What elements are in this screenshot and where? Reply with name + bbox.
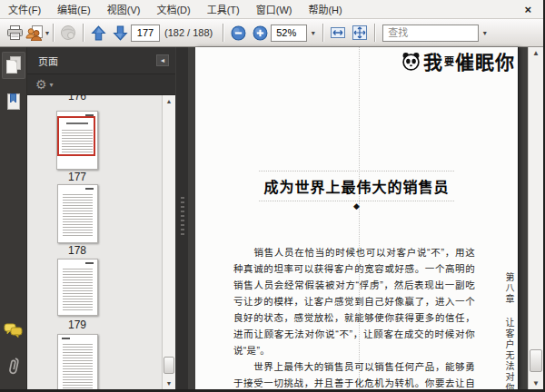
fit-page-icon [352, 24, 368, 41]
toolbar-separator [374, 24, 375, 42]
thumb-logo-mark [62, 338, 70, 339]
toolbar: ▾ (182 / 188) [0, 19, 543, 47]
thumbnail-page-179[interactable] [57, 259, 98, 316]
scroll-down-icon[interactable]: ▼ [529, 377, 543, 389]
panel-options-row: ⚙ ▾ [27, 74, 175, 95]
find-input[interactable] [383, 25, 478, 41]
zoom-level-input[interactable] [272, 25, 306, 41]
body-line: 种真诚的坦率可以获得客户的宽容或好感。一个高明的 [233, 261, 475, 278]
chapter-title: 让客户无法对你说不 [504, 318, 514, 392]
zoom-level-combo[interactable] [271, 24, 307, 42]
fit-width-icon [330, 24, 346, 41]
thumbnail-page-180[interactable] [57, 334, 98, 389]
find-dropdown-icon[interactable]: ▾ [479, 29, 490, 37]
previous-page-button[interactable] [87, 22, 109, 44]
book-logo: 我 要 催眠你 [401, 47, 515, 74]
panel-splitter[interactable] [175, 47, 188, 389]
scroll-down-icon[interactable]: ▼ [163, 377, 175, 389]
thumb-logo-mark [85, 262, 94, 264]
page-count-label: (182 / 188) [164, 27, 213, 38]
gear-icon[interactable]: ⚙ [35, 78, 47, 91]
pages-panel-button[interactable] [2, 52, 25, 79]
body-line: 进而让顾客无法对你说“不”，让顾客在成交的时候对你 [233, 327, 475, 343]
globe-disabled-icon [60, 24, 76, 41]
panel-scrollbar-thumb[interactable] [164, 357, 174, 374]
thumbnail-page-177[interactable] [56, 111, 98, 170]
section-title: 成为世界上最伟大的销售员 [263, 180, 449, 195]
zoom-in-icon [253, 25, 268, 41]
menu-edit[interactable]: 编辑(E) [49, 0, 99, 19]
arrow-up-icon [91, 25, 106, 41]
toolbar-separator [322, 24, 323, 42]
print-button[interactable] [4, 22, 25, 44]
body-line: 说“是”。 [233, 343, 475, 359]
menu-help[interactable]: 帮助(H) [300, 0, 350, 19]
menu-document[interactable]: 文档(D) [148, 0, 198, 19]
thumb-logo-mark [85, 188, 94, 190]
thumb-text-lines [63, 194, 93, 238]
current-view-indicator[interactable] [57, 116, 95, 156]
body-line: 世界上最伟大的销售员可以销售任何产品，能够勇 [233, 359, 475, 376]
panel-collapse-button[interactable]: ◄ [156, 54, 169, 66]
section-title-wrap: 成为世界上最伟大的销售员 [259, 171, 454, 201]
collaboration-disabled-button[interactable] [57, 22, 79, 44]
page-number-input[interactable] [131, 24, 160, 42]
thumbnail-label-176: 176 [54, 95, 100, 103]
document-scrollbar[interactable]: ▲ ▼ [528, 47, 543, 389]
panel-scrollbar[interactable]: ▲ ▼ [162, 95, 175, 389]
bookmarks-icon [5, 93, 22, 111]
body-line: 销售人员在恰当的时候也可以对客户说“不”，用这 [233, 245, 475, 261]
menu-view[interactable]: 视图(V) [99, 0, 149, 19]
attachments-panel-button[interactable] [2, 353, 25, 380]
logo-chars-cuimianni: 催眠你 [455, 47, 515, 74]
thumb-text-lines [63, 269, 93, 310]
zoom-dropdown-icon[interactable]: ▾ [307, 29, 319, 37]
thumbnail-page-178[interactable] [57, 184, 98, 243]
scroll-up-icon[interactable]: ▲ [163, 95, 175, 107]
navigation-icon-strip [0, 47, 27, 389]
panel-header: 页面 ◄ [27, 47, 175, 74]
bookmarks-panel-button[interactable] [2, 88, 25, 115]
options-dropdown-icon[interactable]: ▾ [50, 81, 54, 89]
arrow-down-icon [113, 25, 128, 41]
comments-panel-button[interactable] [2, 317, 25, 344]
toolbar-separator [223, 24, 223, 42]
pages-icon [5, 55, 22, 75]
thumbnail-label-178: 178 [54, 244, 100, 257]
menu-file[interactable]: 文件(F) [0, 0, 49, 19]
pdf-reader-window: 文件(F) 编辑(E) 视图(V) 文档(D) 工具(T) 窗口(W) 帮助(H… [0, 0, 545, 392]
comments-icon [4, 323, 23, 338]
body-line: 于接受一切挑战，并且善于化危机为转机。你要去让自 [233, 376, 475, 392]
toolbar-separator [83, 24, 84, 42]
fit-width-button[interactable] [327, 22, 349, 44]
next-page-button[interactable] [109, 22, 131, 44]
menu-tools[interactable]: 工具(T) [199, 0, 248, 19]
fit-page-button[interactable] [349, 22, 371, 44]
scroll-up-icon[interactable]: ▲ [529, 47, 543, 59]
printer-icon [6, 25, 24, 40]
thumbnail-label-179: 179 [54, 318, 100, 331]
zoom-out-button[interactable] [227, 22, 249, 44]
thumbnail-list: 176 177 178 179 [27, 95, 175, 389]
splitter-grip[interactable] [181, 197, 184, 235]
toolbar-separator [53, 24, 54, 42]
document-view: 我 要 催眠你 成为世界上最伟大的销售员 ◆ 销售人员在恰当的时候也可以对客户说… [188, 47, 543, 389]
chevron-down-icon: ▾ [45, 29, 49, 37]
document-scrollbar-thumb[interactable] [530, 349, 542, 372]
chapter-margin-label: 第八章让客户无法对你说不 [502, 272, 516, 392]
zoom-out-icon [231, 25, 246, 41]
body-text: 销售人员在恰当的时候也可以对客户说“不”，用这 种真诚的坦率可以获得客户的宽容或… [233, 245, 475, 392]
close-icon[interactable]: × [524, 4, 531, 15]
paperclip-icon [4, 356, 22, 378]
body-line: 销售人员会经常假装被对方“俘虏”，然后表现出一副吃 [233, 278, 475, 294]
collaborate-icon [25, 25, 45, 41]
panda-icon [401, 52, 421, 71]
menu-window[interactable]: 窗口(W) [248, 0, 301, 19]
zoom-in-button[interactable] [249, 22, 271, 44]
logo-char-yao: 要 [444, 54, 454, 68]
share-document-button[interactable]: ▾ [25, 22, 49, 44]
body-line: 亏让步的模样，让客户感觉到自己好像赢了，进入一个 [233, 294, 475, 310]
menu-bar: 文件(F) 编辑(E) 视图(V) 文档(D) 工具(T) 窗口(W) 帮助(H… [0, 0, 543, 19]
main-area: 页面 ◄ ⚙ ▾ 176 177 17 [0, 47, 543, 389]
find-combo [382, 24, 479, 42]
